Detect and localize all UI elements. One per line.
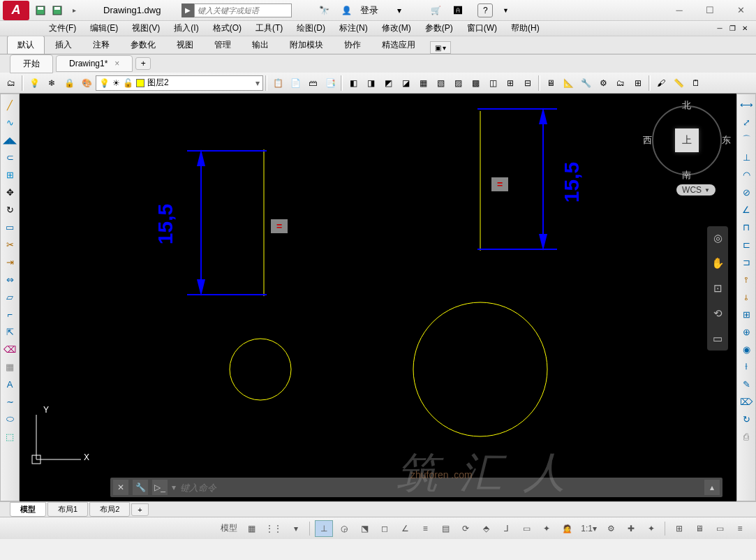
move-icon[interactable]: ✥ (2, 184, 17, 200)
inspect-icon[interactable]: ◉ (739, 341, 754, 357)
showmotion-icon[interactable]: ▭ (710, 331, 725, 346)
menu-tools[interactable]: 工具(T) (249, 21, 290, 36)
layer-freeze-icon[interactable]: ❄ (43, 75, 60, 91)
file-tab-start[interactable]: 开始 (10, 54, 53, 73)
dim-update-icon[interactable]: ↻ (739, 411, 754, 427)
tool-c-icon[interactable]: 🔧 (577, 75, 594, 91)
command-line[interactable]: ✕ 🔧 ▷_ ▾ ▴ (110, 478, 722, 497)
help-dropdown-icon[interactable]: ▼ (496, 2, 515, 19)
tool-g-icon[interactable]: 🖌 (653, 75, 669, 91)
explode-icon[interactable]: ⇱ (2, 324, 17, 339)
layer-tool-3-icon[interactable]: 🗃 (304, 75, 321, 91)
erase-icon[interactable]: ⌫ (2, 341, 17, 357)
ribbon-tab-insert[interactable]: 插入 (45, 36, 82, 54)
dim-aligned-icon[interactable]: ⤢ (739, 115, 754, 130)
mdi-min-icon[interactable]: ─ (714, 24, 725, 34)
cmd-recent-icon[interactable]: ▴ (704, 480, 720, 495)
menu-window[interactable]: 窗口(W) (460, 21, 504, 36)
status-model[interactable]: 模型 (218, 520, 240, 537)
scale-label[interactable]: 1:1 ▾ (578, 520, 600, 537)
new-tab-button[interactable]: + (135, 57, 151, 70)
app-logo[interactable]: A (3, 1, 29, 20)
dim-radius-icon[interactable]: ◠ (739, 167, 754, 182)
layout-tab-1[interactable]: 布局1 (47, 502, 88, 517)
qat-more-icon[interactable]: ▸ (66, 2, 82, 19)
layer-tool-4-icon[interactable]: 📑 (322, 75, 339, 91)
menu-param[interactable]: 参数(P) (418, 21, 460, 36)
layer-walk-icon[interactable]: ◫ (484, 75, 501, 91)
dim-angular-icon[interactable]: ∠ (739, 202, 754, 217)
dim-arc-icon[interactable]: ⌒ (739, 132, 754, 147)
constraint-equal-1[interactable]: = (271, 219, 288, 233)
ribbon-tab-view[interactable]: 视图 (166, 36, 204, 54)
layer-frz-icon[interactable]: ◩ (380, 75, 396, 91)
line-icon[interactable]: ╱ (2, 97, 17, 112)
dim-diameter-icon[interactable]: ⊘ (739, 184, 754, 200)
rotate-icon[interactable]: ↻ (2, 202, 17, 217)
orbit-icon[interactable]: ⟲ (710, 306, 725, 321)
snap-icon[interactable]: ⋮⋮ (262, 520, 285, 537)
help-icon[interactable]: ? (477, 3, 493, 17)
tool-i-icon[interactable]: 🗒 (688, 75, 704, 91)
layer-tool-2-icon[interactable]: 📄 (287, 75, 304, 91)
ribbon-tab-parametric[interactable]: 参数化 (120, 36, 166, 54)
dim-quick-icon[interactable]: ⊓ (739, 219, 754, 235)
mdi-close-icon[interactable]: ✕ (739, 24, 750, 34)
dim-continue-icon[interactable]: ⊐ (739, 254, 754, 270)
layer-lck-icon[interactable]: ◪ (397, 75, 414, 91)
dim-space-icon[interactable]: ⫯ (739, 272, 754, 287)
dim-ordinate-icon[interactable]: ⊥ (739, 149, 754, 165)
ribbon-tab-output[interactable]: 输出 (242, 36, 279, 54)
centermark-icon[interactable]: ⊕ (739, 324, 754, 339)
gear-icon[interactable]: ⚙ (602, 520, 620, 537)
qsave-icon[interactable]: ✦ (642, 520, 660, 537)
layout-tab-2[interactable]: 布局2 (89, 502, 130, 517)
cart-icon[interactable]: 🛒 (426, 2, 445, 19)
login-link[interactable]: 登录 (360, 4, 378, 17)
maximize-button[interactable]: ☐ (695, 1, 725, 20)
annovis-icon[interactable]: ✚ (622, 520, 640, 537)
ribbon-tab-default[interactable]: 默认 (7, 36, 45, 54)
pan-icon[interactable]: ✋ (710, 256, 725, 271)
tool-f-icon[interactable]: ⊞ (630, 75, 646, 91)
constraint-equal-2[interactable]: = (491, 177, 508, 191)
binoculars-icon[interactable]: 🔭 (314, 2, 334, 19)
qat-save-icon[interactable] (32, 2, 49, 19)
mdi-restore-icon[interactable]: ❐ (727, 24, 738, 34)
iso-icon[interactable]: ⬔ (355, 520, 373, 537)
otrack-icon[interactable]: ∠ (396, 520, 414, 537)
cart-arrow-icon[interactable]: ▾ (390, 2, 409, 19)
dimension-1[interactable]: 15,5 (154, 204, 177, 244)
viewcube-top[interactable]: 上 (675, 128, 699, 152)
menu-edit[interactable]: 编辑(E) (83, 21, 125, 36)
fillet-icon[interactable]: ⌐ (2, 307, 17, 322)
box-icon[interactable]: ⬚ (2, 429, 17, 444)
dimension-2[interactable]: 15,5 (560, 162, 584, 202)
dim-edit-icon[interactable]: ✎ (739, 376, 754, 392)
search-icon[interactable]: ▶ (181, 3, 194, 17)
selection-icon[interactable]: ▭ (517, 520, 535, 537)
drawing-canvas[interactable]: 15,5 15,5 = = 上 北 南 东 西 WCS▼ ◎ ✋ ⊡ ⟲ ▭ Y… (20, 94, 736, 501)
layer-prev-icon[interactable]: ▩ (467, 75, 484, 91)
ribbon-tab-addons[interactable]: 附加模块 (279, 36, 334, 54)
cmd-close-icon[interactable]: ✕ (113, 480, 128, 495)
menu-insert[interactable]: 插入(I) (167, 21, 205, 36)
cmd-customize-icon[interactable]: 🔧 (133, 480, 148, 495)
workspace-icon[interactable]: ⊞ (670, 520, 688, 537)
wcs-badge[interactable]: WCS▼ (676, 184, 716, 196)
cycling-icon[interactable]: ⟳ (457, 520, 475, 537)
cleanscreen-icon[interactable]: ▭ (711, 520, 729, 537)
dim-style-icon[interactable]: ⎙ (739, 429, 754, 444)
stretch-icon[interactable]: ⇔ (2, 272, 17, 287)
user-icon[interactable]: 👤 (336, 2, 356, 19)
tool-d-icon[interactable]: ⚙ (595, 75, 612, 91)
hatch-icon[interactable]: ▦ (2, 359, 17, 374)
dim-baseline-icon[interactable]: ⊏ (739, 237, 754, 252)
ellipse-icon[interactable]: ⬭ (2, 411, 17, 427)
ribbon-tab-manage[interactable]: 管理 (204, 36, 242, 54)
layer-del-icon[interactable]: ▧ (432, 75, 449, 91)
ribbon-overflow[interactable]: ▣ ▾ (430, 41, 451, 54)
dim-tedit-icon[interactable]: ⌦ (739, 394, 754, 409)
tool-e-icon[interactable]: 🗂 (612, 75, 629, 91)
rectangle-icon[interactable]: ▭ (2, 219, 17, 235)
